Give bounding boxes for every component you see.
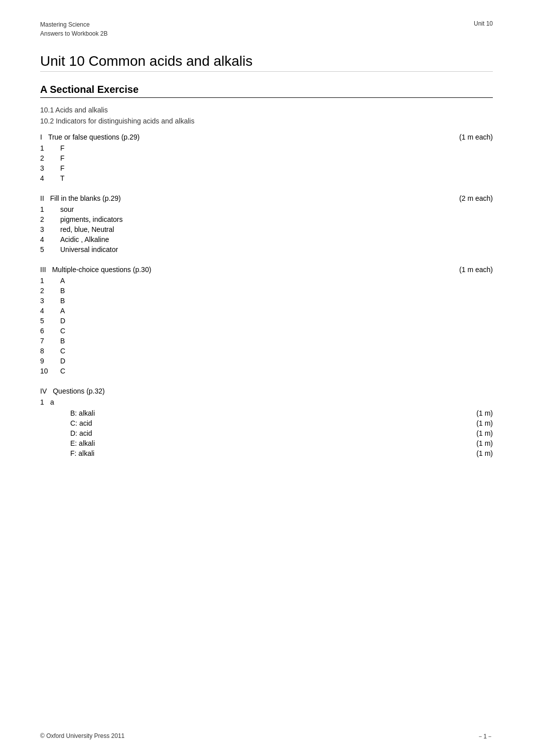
section-III-header: III Multiple-choice questions (p.30) (1 … — [40, 266, 493, 274]
answer-row: 1 sour — [40, 205, 493, 213]
section-II-header: II Fill in the blanks (p.29) (2 m each) — [40, 194, 493, 202]
answer-num: 10 — [40, 367, 60, 375]
answer-val: red, blue, Neutral — [60, 225, 493, 233]
iv-sub-answer-row: D: acid (1 m) — [40, 429, 493, 437]
section-III-block: III Multiple-choice questions (p.30) (1 … — [40, 266, 493, 375]
answer-val: B — [60, 337, 493, 345]
answer-num: 6 — [40, 327, 60, 335]
iv-sub-answer-score: (1 m) — [453, 449, 493, 457]
section-IV-block: IV Questions (p.32) 1 a B: alkali (1 m) … — [40, 387, 493, 457]
answer-val: D — [60, 317, 493, 325]
answer-val: pigments, indicators — [60, 215, 493, 223]
section-II-answers: 1 sour 2 pigments, indicators 3 red, blu… — [40, 205, 493, 254]
iv-sub-answer-text: B: alkali — [70, 409, 453, 417]
answer-num: 4 — [40, 307, 60, 315]
section-II-description: Fill in the blanks (p.29) — [50, 194, 121, 202]
section-I-header: I True or false questions (p.29) (1 m ea… — [40, 133, 493, 141]
iv-sub-answer-row: F: alkali (1 m) — [40, 449, 493, 457]
answer-row: 4 A — [40, 307, 493, 315]
answer-num: 1 — [40, 144, 60, 152]
section-I-block: I True or false questions (p.29) (1 m ea… — [40, 133, 493, 182]
iv-q-sublabel: a — [50, 398, 60, 406]
iv-question-1: 1 a B: alkali (1 m) C: acid (1 m) D: aci… — [40, 398, 493, 457]
iv-sub-answer-text: E: alkali — [70, 439, 453, 447]
answer-num: 5 — [40, 245, 60, 254]
section-III-answers: 1 A 2 B 3 B 4 A 5 D 6 C 7 B 8 C — [40, 277, 493, 375]
answer-num: 2 — [40, 215, 60, 223]
section-III-description: Multiple-choice questions (p.30) — [52, 266, 152, 274]
answer-val: A — [60, 277, 493, 285]
iv-q-num: 1 — [40, 398, 50, 406]
answer-num: 1 — [40, 277, 60, 285]
footer-copyright: © Oxford University Press 2011 — [40, 732, 124, 741]
answer-row: 2 F — [40, 154, 493, 162]
answer-num: 9 — [40, 357, 60, 365]
answer-num: 2 — [40, 287, 60, 295]
header-publisher: Mastering Science — [40, 20, 108, 29]
iv-sub-answer-score: (1 m) — [453, 409, 493, 417]
section-II-block: II Fill in the blanks (p.29) (2 m each) … — [40, 194, 493, 254]
answer-val: F — [60, 164, 493, 172]
section-II-score: (2 m each) — [459, 194, 493, 202]
answer-val: D — [60, 357, 493, 365]
answer-val: B — [60, 287, 493, 295]
answer-num: 4 — [40, 174, 60, 182]
answer-row: 2 pigments, indicators — [40, 215, 493, 223]
answer-num: 1 — [40, 205, 60, 213]
answer-num: 7 — [40, 337, 60, 345]
header-unit: Unit 10 — [474, 20, 493, 38]
answer-row: 1 A — [40, 277, 493, 285]
answer-num: 3 — [40, 225, 60, 233]
answer-row: 10 C — [40, 367, 493, 375]
section-IV-header: IV Questions (p.32) — [40, 387, 493, 395]
answer-val: T — [60, 174, 493, 182]
section-II-label: II — [40, 194, 44, 202]
answer-num: 5 — [40, 317, 60, 325]
answer-val: C — [60, 367, 493, 375]
section-IV-description: Questions (p.32) — [53, 387, 105, 395]
answer-row: 7 B — [40, 337, 493, 345]
footer-page: －1－ — [477, 732, 493, 741]
iv-sub-answer-text: F: alkali — [70, 449, 453, 457]
answer-row: 4 T — [40, 174, 493, 182]
page-header: Mastering Science Answers to Workbook 2B… — [40, 20, 493, 38]
answer-val: C — [60, 327, 493, 335]
iv-sub-answer-row: E: alkali (1 m) — [40, 439, 493, 447]
section-I-label: I — [40, 133, 42, 141]
iv-sub-answer-row: C: acid (1 m) — [40, 419, 493, 427]
answer-val: Universal indicator — [60, 245, 493, 254]
answer-num: 2 — [40, 154, 60, 162]
answer-row: 3 B — [40, 297, 493, 305]
iv-sub-answer-score: (1 m) — [453, 419, 493, 427]
section-III-label: III — [40, 266, 46, 274]
answer-num: 4 — [40, 235, 60, 243]
answer-row: 6 C — [40, 327, 493, 335]
answer-num: 8 — [40, 347, 60, 355]
answer-row: 2 B — [40, 287, 493, 295]
section-IV-label: IV — [40, 387, 47, 395]
answer-row: 3 red, blue, Neutral — [40, 225, 493, 233]
section-I-description: True or false questions (p.29) — [48, 133, 140, 141]
answer-num: 3 — [40, 297, 60, 305]
answer-val: sour — [60, 205, 493, 213]
answer-row: 1 F — [40, 144, 493, 152]
answer-row: 9 D — [40, 357, 493, 365]
section-III-score: (1 m each) — [459, 266, 493, 274]
answer-row: 3 F — [40, 164, 493, 172]
iv-sub-answer-score: (1 m) — [453, 429, 493, 437]
subsection-10-1: 10.1 Acids and alkalis — [40, 106, 493, 114]
answer-val: Acidic , Alkaline — [60, 235, 493, 243]
section-I-answers: 1 F 2 F 3 F 4 T — [40, 144, 493, 182]
page-footer: © Oxford University Press 2011 －1－ — [0, 732, 533, 741]
iv-sub-answer-text: D: acid — [70, 429, 453, 437]
answer-val: A — [60, 307, 493, 315]
answer-num: 3 — [40, 164, 60, 172]
answer-row: 5 Universal indicator — [40, 245, 493, 254]
answer-val: B — [60, 297, 493, 305]
iv-sub-answer-text: C: acid — [70, 419, 453, 427]
answer-val: F — [60, 144, 493, 152]
iv-sub-answer-row: B: alkali (1 m) — [40, 409, 493, 417]
subsection-10-2: 10.2 Indicators for distinguishing acids… — [40, 117, 493, 125]
page-title: Unit 10 Common acids and alkalis — [40, 53, 493, 72]
answer-val: F — [60, 154, 493, 162]
